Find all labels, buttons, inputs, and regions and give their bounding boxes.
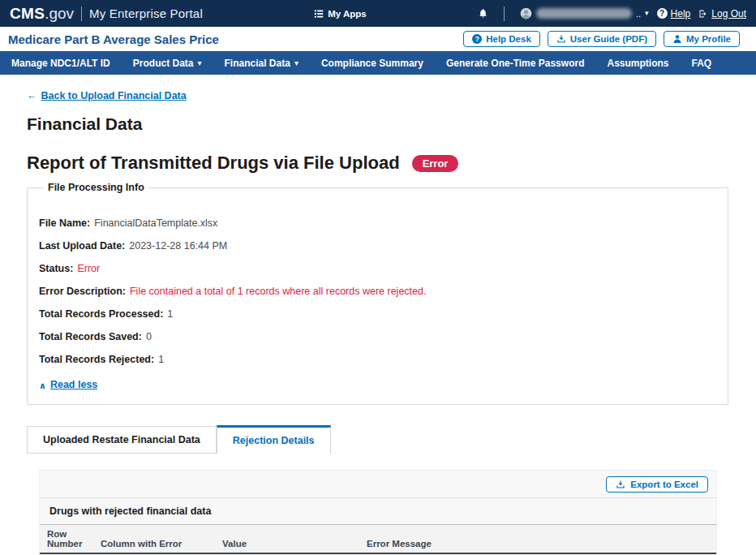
export-row: Export to Excel xyxy=(40,471,716,497)
export-to-excel-label: Export to Excel xyxy=(630,480,698,489)
col-header-error-message[interactable]: Error Message xyxy=(359,525,716,553)
my-apps-button[interactable]: My Apps xyxy=(314,9,367,19)
cms-gov-logo[interactable]: CMS.gov xyxy=(10,5,74,23)
topbar-divider xyxy=(504,6,505,21)
info-value: 1 xyxy=(158,354,164,365)
logo-divider xyxy=(81,6,82,21)
rejection-details-panel: Export to Excel Drugs with rejected fina… xyxy=(39,470,717,555)
info-label: Total Records Processed: xyxy=(39,308,163,320)
help-desk-label: Help Desk xyxy=(486,34,531,44)
chevron-down-icon: ▾ xyxy=(645,10,649,17)
nav-faq[interactable]: FAQ xyxy=(691,58,711,69)
user-guide-button[interactable]: User Guide (PDF) xyxy=(548,31,656,47)
file-info-legend: File Processing Info xyxy=(44,182,148,193)
topbar-center: My Apps xyxy=(203,9,478,19)
info-label: Error Description: xyxy=(39,286,126,297)
cms-logo-gov-text: .gov xyxy=(45,5,74,23)
my-profile-label: My Profile xyxy=(686,34,731,44)
main-nav: Manage NDC1/ALT ID Product Data▾ Financi… xyxy=(0,51,756,75)
user-name-truncation: .. xyxy=(636,9,641,19)
status-badge: Error xyxy=(412,155,459,172)
help-question-icon: ? xyxy=(657,8,668,19)
app-title: Medicare Part B Average Sales Price xyxy=(8,32,219,46)
chevron-down-icon: ▾ xyxy=(294,59,299,67)
avatar-icon xyxy=(520,7,532,19)
tab-rejection-details[interactable]: Rejection Details xyxy=(217,425,331,454)
rejection-table-header: Row Number Column with Error Value Error… xyxy=(40,525,716,555)
notifications-button[interactable] xyxy=(478,8,488,19)
help-desk-question-icon: ? xyxy=(472,34,482,44)
table-header-row: Row Number Column with Error Value Error… xyxy=(40,525,716,553)
nav-product-data[interactable]: Product Data▾ xyxy=(133,58,202,69)
nav-compliance-summary[interactable]: Compliance Summary xyxy=(321,58,423,69)
info-value: FinancialDataTemplate.xlsx xyxy=(94,217,217,229)
logout-link[interactable]: Log Out xyxy=(698,8,746,19)
nav-label: Compliance Summary xyxy=(321,58,423,69)
nav-label: FAQ xyxy=(691,58,711,69)
nav-label: Manage NDC1/ALT ID xyxy=(11,58,110,69)
main-content: ← Back to Upload Financial Data Financia… xyxy=(0,75,756,555)
back-to-upload-link[interactable]: ← Back to Upload Financial Data xyxy=(27,90,187,101)
portal-name: My Enterprise Portal xyxy=(89,6,203,20)
help-desk-button[interactable]: ? Help Desk xyxy=(463,31,540,47)
nav-label: Generate One-Time Password xyxy=(446,58,585,69)
user-menu[interactable]: .. ▾ xyxy=(520,7,649,19)
chevron-down-icon: ▾ xyxy=(197,59,201,67)
tab-bar: Uploaded Restate Financial Data Rejectio… xyxy=(27,425,728,454)
nav-label: Product Data xyxy=(133,58,194,69)
help-label: Help xyxy=(671,8,691,19)
total-rejected-row: Total Records Rejected:1 xyxy=(39,354,716,365)
tab-uploaded-restate-financial-data[interactable]: Uploaded Restate Financial Data xyxy=(27,426,217,454)
table-section-title: Drugs with rejected financial data xyxy=(40,497,716,525)
status-row: Status:Error xyxy=(39,263,716,274)
nav-label: Assumptions xyxy=(607,58,668,69)
col-header-row-number[interactable]: Row Number xyxy=(40,525,93,553)
download-icon xyxy=(556,34,566,44)
nav-manage-ndc1-alt-id[interactable]: Manage NDC1/ALT ID xyxy=(11,58,110,69)
nav-financial-data[interactable]: Financial Data▾ xyxy=(225,58,299,69)
info-value: 0 xyxy=(146,331,152,342)
info-value-error: Error xyxy=(77,263,100,274)
user-guide-label: User Guide (PDF) xyxy=(570,34,647,44)
help-link[interactable]: ? Help xyxy=(657,8,691,19)
nav-generate-otp[interactable]: Generate One-Time Password xyxy=(446,58,585,69)
file-name-row: File Name:FinancialDataTemplate.xlsx xyxy=(39,217,716,229)
my-apps-list-icon xyxy=(314,9,324,19)
back-link-label: Back to Upload Financial Data xyxy=(41,90,187,101)
export-to-excel-button[interactable]: Export to Excel xyxy=(606,476,708,493)
total-processed-row: Total Records Processed:1 xyxy=(39,308,716,320)
col-header-value[interactable]: Value xyxy=(215,525,359,553)
top-bar: CMS.gov My Enterprise Portal My Apps .. … xyxy=(0,0,756,27)
logout-label: Log Out xyxy=(711,8,746,19)
nav-label: Financial Data xyxy=(225,58,290,69)
left-arrow-icon: ← xyxy=(27,90,37,101)
report-title: Report of Transmitted Drugs via File Upl… xyxy=(27,153,400,174)
nav-assumptions[interactable]: Assumptions xyxy=(607,58,668,69)
report-title-row: Report of Transmitted Drugs via File Upl… xyxy=(27,153,728,174)
logout-icon xyxy=(698,9,708,19)
my-apps-label: My Apps xyxy=(328,9,367,19)
header-buttons: ? Help Desk User Guide (PDF) My Profile xyxy=(463,31,740,47)
error-description-row: Error Description:File contained a total… xyxy=(39,286,716,297)
cms-logo-text: CMS xyxy=(10,5,45,23)
info-value-error: File contained a total of 1 records wher… xyxy=(130,286,426,297)
read-less-link[interactable]: ∧ Read less xyxy=(39,379,97,390)
last-upload-date-row: Last Upload Date:2023-12-28 16:44 PM xyxy=(39,240,716,252)
app-header: Medicare Part B Average Sales Price ? He… xyxy=(0,27,756,51)
info-label: Last Upload Date: xyxy=(39,240,125,252)
chevron-up-icon: ∧ xyxy=(39,381,46,391)
info-value: 1 xyxy=(167,308,173,320)
info-label: Total Records Saved: xyxy=(39,331,142,342)
info-label: Status: xyxy=(39,263,73,274)
user-name-redacted xyxy=(536,8,632,19)
bell-icon xyxy=(478,8,488,19)
info-label: Total Records Rejected: xyxy=(39,354,154,365)
info-value: 2023-12-28 16:44 PM xyxy=(129,240,227,252)
col-header-column-with-error[interactable]: Column with Error xyxy=(93,525,215,553)
info-label: File Name: xyxy=(39,217,90,229)
topbar-right: .. ▾ ? Help Log Out xyxy=(478,6,746,21)
total-saved-row: Total Records Saved:0 xyxy=(39,331,716,342)
my-profile-button[interactable]: My Profile xyxy=(664,31,740,47)
download-icon xyxy=(616,480,625,489)
person-icon xyxy=(672,34,682,44)
